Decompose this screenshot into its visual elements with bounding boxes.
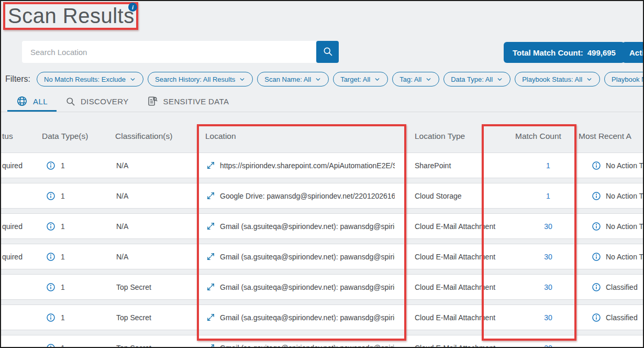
info-icon[interactable]: i	[128, 3, 137, 12]
table-row[interactable]: 1 N/A Google Drive: pawansdg@spiriondev.…	[1, 183, 644, 208]
location-cell: Gmail (sa.gsuiteqa@spiriondev.net): pawa…	[206, 214, 395, 238]
total-match-count-button[interactable]: Total Match Count: 499,695	[504, 42, 625, 63]
match-count-cell: 1	[525, 183, 572, 208]
match-count-link[interactable]: 30	[544, 283, 552, 291]
info-icon[interactable]	[46, 343, 55, 348]
location-type-cell: Cloud E-Mail Attachment	[415, 335, 495, 348]
column-header-data-types[interactable]: Data Type(s)	[42, 132, 88, 141]
column-header-status[interactable]: tus	[2, 132, 13, 141]
match-count-cell: 30	[525, 214, 572, 238]
classification-cell: N/A	[116, 153, 128, 178]
info-icon[interactable]	[46, 161, 55, 170]
search-icon	[65, 96, 75, 106]
match-count-link[interactable]: 30	[544, 222, 552, 231]
column-header-match-count[interactable]: Match Count	[515, 132, 561, 141]
info-icon[interactable]	[46, 282, 55, 292]
filter-pill-playbook-status[interactable]: Playbook Status: All	[515, 72, 600, 86]
location-type-cell: SharePoint	[415, 153, 451, 178]
filter-pill-label: No Match Results: Exclude	[44, 75, 126, 83]
status-cell	[2, 335, 39, 348]
location-type-cell: Cloud E-Mail Attachment	[415, 214, 495, 238]
filter-pill-label: Scan Name: All	[264, 75, 311, 83]
match-count-link[interactable]: 30	[544, 253, 552, 261]
table-row[interactable]: 1 Top Secret Gmail (sa.gsuiteqa@spiriond…	[1, 335, 644, 348]
filter-pill-playbook-name[interactable]: Playbook Name: All	[604, 72, 644, 86]
filters-label: Filters:	[5, 74, 30, 84]
match-count-link[interactable]: 30	[544, 313, 552, 322]
info-icon[interactable]	[592, 282, 601, 292]
filter-pill-label: Playbook Status: All	[522, 75, 582, 83]
classification-cell: N/A	[116, 244, 128, 269]
total-match-count-value: 499,695	[587, 48, 616, 57]
info-icon[interactable]	[46, 252, 55, 262]
location-type-cell: Cloud E-Mail Attachment	[415, 244, 495, 269]
classification-cell: Top Secret	[116, 305, 151, 330]
column-header-location[interactable]: Location	[205, 132, 236, 141]
expand-icon[interactable]	[206, 161, 215, 170]
match-count-link[interactable]: 1	[546, 192, 550, 200]
data-types-cell: 1	[46, 335, 65, 348]
chevron-down-icon	[496, 76, 503, 83]
chevron-down-icon	[315, 76, 321, 83]
filter-pill-label: Search History: All Results	[155, 75, 235, 83]
info-icon[interactable]	[46, 191, 55, 201]
info-icon[interactable]	[592, 191, 601, 201]
info-icon[interactable]	[592, 313, 601, 322]
data-types-cell: 1	[46, 153, 65, 178]
column-header-most-recent[interactable]: Most Recent A	[579, 132, 631, 141]
actions-button[interactable]: Acti	[622, 42, 644, 63]
tab-all[interactable]: ALL	[7, 91, 57, 112]
info-icon[interactable]	[592, 161, 601, 170]
column-header-classifications[interactable]: Classification(s)	[115, 132, 172, 141]
most-recent-action-cell: No Action Ta	[592, 244, 644, 269]
match-count-cell: 30	[525, 335, 572, 348]
location-type-cell: Cloud Storage	[415, 183, 462, 208]
match-count-link[interactable]: 1	[546, 161, 550, 170]
filters-bar: Filters: No Match Results: ExcludeSearch…	[5, 72, 644, 86]
tab-sensitive-data[interactable]: SENSITIVE DATA	[138, 91, 238, 112]
filter-pill-search-history[interactable]: Search History: All Results	[148, 72, 253, 86]
info-icon[interactable]	[46, 222, 55, 231]
status-cell: quired	[2, 214, 39, 238]
info-icon[interactable]	[592, 252, 601, 262]
filter-pill-label: Data Type: All	[451, 75, 493, 83]
table-row[interactable]: 1 Top Secret Gmail (sa.gsuiteqa@spiriond…	[1, 305, 644, 330]
match-count-link[interactable]: 30	[544, 344, 552, 348]
chevron-down-icon	[374, 76, 381, 83]
chevron-down-icon	[586, 76, 593, 83]
match-count-cell: 1	[525, 153, 572, 178]
location-cell: Gmail (sa.gsuiteqa@spiriondev.net): pawa…	[206, 275, 395, 299]
classification-cell: N/A	[116, 183, 128, 208]
filter-pill-tag[interactable]: Tag: All	[392, 72, 439, 86]
expand-icon[interactable]	[206, 282, 215, 291]
table-row[interactable]: quired 1 N/A Gmail (sa.gsuiteqa@spiriond…	[1, 244, 644, 269]
search-icon	[323, 46, 333, 58]
expand-icon[interactable]	[206, 222, 215, 231]
table-row[interactable]: 1 Top Secret Gmail (sa.gsuiteqa@spiriond…	[1, 275, 644, 299]
search-button[interactable]	[316, 41, 339, 63]
classification-cell: Top Secret	[116, 275, 151, 299]
filter-pill-label: Playbook Name: All	[612, 75, 644, 83]
filter-pill-no-match-results[interactable]: No Match Results: Exclude	[37, 72, 143, 86]
info-icon[interactable]	[592, 222, 601, 231]
most-recent-action-cell: Classified	[592, 275, 638, 299]
match-count-cell: 30	[525, 305, 572, 330]
expand-icon[interactable]	[206, 252, 215, 261]
search-input[interactable]	[22, 41, 316, 63]
data-types-cell: 1	[46, 305, 65, 330]
filter-pill-data-type[interactable]: Data Type: All	[443, 72, 510, 86]
filter-pill-target[interactable]: Target: All	[333, 72, 388, 86]
location-cell: https://spiriondev.sharepoint.com/ApiAut…	[206, 153, 395, 178]
info-icon[interactable]	[46, 313, 55, 322]
expand-icon[interactable]	[206, 191, 215, 200]
tab-label: DISCOVERY	[81, 97, 129, 106]
expand-icon[interactable]	[206, 313, 215, 322]
page-title: Scan Results	[8, 4, 135, 28]
location-cell: Google Drive: pawansdg@spiriondev.net/22…	[206, 183, 395, 208]
tab-discovery[interactable]: DISCOVERY	[57, 91, 138, 112]
expand-icon[interactable]	[206, 343, 215, 348]
table-row[interactable]: quired 1 N/A https://spiriondev.sharepoi…	[1, 153, 644, 178]
column-header-location-type[interactable]: Location Type	[415, 132, 465, 141]
filter-pill-scan-name[interactable]: Scan Name: All	[257, 72, 329, 86]
table-row[interactable]: quired 1 N/A Gmail (sa.gsuiteqa@spiriond…	[1, 214, 644, 238]
